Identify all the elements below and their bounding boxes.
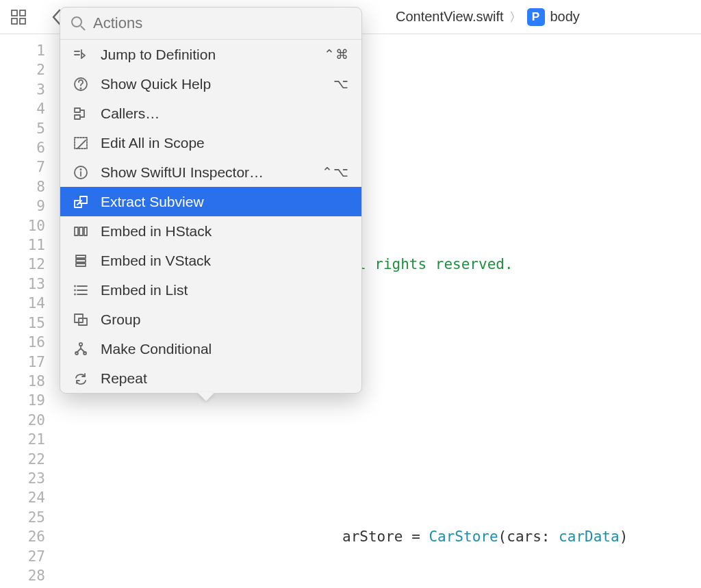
line-number: 25 — [0, 508, 56, 527]
svg-rect-18 — [76, 255, 86, 258]
menu-item-label: Make Conditional — [101, 341, 212, 357]
line-number: 19 — [0, 391, 56, 410]
menu-item-embed-in-list[interactable]: Embed in List — [60, 275, 361, 305]
code-line-13: arStore = CarStore(cars: carData) — [56, 528, 628, 545]
menu-item-label: Group — [101, 311, 140, 328]
edit-scope-icon — [73, 135, 89, 151]
menu-item-shortcut: ⌃⌥ — [322, 164, 349, 180]
line-number: 27 — [0, 547, 56, 566]
menu-item-repeat[interactable]: Repeat — [60, 363, 361, 393]
line-number: 16 — [0, 333, 56, 352]
line-number: 8 — [0, 177, 56, 196]
breadcrumb-file: ContentView.swift — [396, 9, 504, 25]
chevron-right-icon: 〉 — [509, 9, 522, 25]
menu-item-label: Repeat — [101, 370, 147, 387]
svg-rect-14 — [80, 196, 87, 203]
menu-item-show-swiftui-inspector[interactable]: Show SwiftUI Inspector…⌃⌥ — [60, 157, 361, 187]
line-number: 15 — [0, 314, 56, 333]
menu-item-show-quick-help[interactable]: Show Quick Help⌥ — [60, 69, 361, 99]
menu-item-group[interactable]: Group — [60, 305, 361, 334]
line-number: 4 — [0, 99, 56, 118]
breadcrumb[interactable]: ContentView.swift 〉 P body — [396, 8, 580, 26]
hstack-icon — [73, 223, 89, 240]
help-icon — [73, 76, 89, 92]
svg-point-7 — [80, 88, 81, 88]
svg-rect-16 — [79, 227, 83, 235]
svg-point-26 — [75, 294, 75, 294]
line-number: 28 — [0, 566, 56, 585]
list-icon — [73, 282, 89, 298]
menu-item-make-conditional[interactable]: Make Conditional — [60, 334, 361, 363]
svg-point-30 — [75, 352, 78, 355]
line-number: 18 — [0, 372, 56, 391]
menu-item-label: Extract Subview — [101, 194, 204, 210]
line-number: 13 — [0, 274, 56, 294]
search-icon — [70, 15, 86, 31]
line-number: 26 — [0, 527, 56, 546]
svg-rect-3 — [20, 18, 25, 24]
svg-rect-17 — [84, 227, 87, 235]
menu-item-label: Embed in HStack — [101, 223, 212, 240]
line-number: 6 — [0, 138, 56, 157]
menu-item-label: Callers… — [101, 105, 160, 122]
svg-point-25 — [75, 290, 75, 290]
svg-point-13 — [80, 168, 81, 169]
svg-rect-20 — [76, 264, 86, 266]
line-number: 17 — [0, 353, 56, 372]
line-number: 9 — [0, 196, 56, 216]
svg-rect-1 — [20, 10, 25, 16]
svg-point-31 — [84, 352, 86, 355]
breadcrumb-symbol: body — [550, 9, 580, 25]
vstack-icon — [73, 253, 89, 269]
menu-item-shortcut: ⌥ — [333, 76, 349, 92]
property-icon: P — [527, 8, 545, 26]
line-number: 22 — [0, 450, 56, 469]
popup-search-row — [60, 8, 361, 40]
menu-item-label: Embed in VStack — [101, 253, 211, 269]
svg-point-4 — [72, 17, 81, 27]
menu-item-embed-in-vstack[interactable]: Embed in VStack — [60, 246, 361, 275]
extract-icon — [73, 194, 89, 210]
svg-point-24 — [75, 285, 75, 286]
menu-item-label: Show SwiftUI Inspector… — [101, 164, 264, 181]
repeat-icon — [73, 370, 89, 387]
line-number: 21 — [0, 430, 56, 449]
line-gutter: 1234567891011121314151617181920212223242… — [0, 34, 56, 588]
svg-rect-19 — [76, 259, 86, 262]
menu-item-label: Show Quick Help — [101, 76, 211, 92]
info-icon — [73, 164, 89, 181]
svg-rect-9 — [75, 115, 80, 119]
conditional-icon — [73, 341, 89, 357]
menu-item-jump-to-definition[interactable]: Jump to Definition⌃⌘ — [60, 40, 361, 69]
menu-item-extract-subview[interactable]: Extract Subview — [60, 187, 361, 216]
menu-item-embed-in-hstack[interactable]: Embed in HStack — [60, 216, 361, 246]
assistant-editor-icon[interactable] — [7, 10, 30, 25]
svg-rect-0 — [12, 10, 17, 16]
line-number: 23 — [0, 469, 56, 488]
jump-definition-icon — [73, 47, 89, 63]
line-number: 11 — [0, 235, 56, 255]
line-number: 3 — [0, 80, 56, 99]
actions-popup: Jump to Definition⌃⌘Show Quick Help⌥Call… — [60, 7, 362, 394]
line-number: 20 — [0, 411, 56, 430]
menu-item-callers[interactable]: Callers… — [60, 99, 361, 128]
line-number: 2 — [0, 60, 56, 79]
svg-rect-15 — [75, 227, 78, 235]
callers-icon — [73, 105, 89, 122]
svg-rect-10 — [75, 138, 87, 149]
line-number: 1 — [0, 41, 56, 60]
line-number: 7 — [0, 157, 56, 177]
svg-rect-8 — [75, 108, 80, 112]
actions-search-input[interactable] — [93, 14, 352, 32]
menu-item-shortcut: ⌃⌘ — [324, 47, 349, 62]
menu-item-label: Embed in List — [101, 282, 188, 298]
group-icon — [73, 311, 89, 328]
line-number: 14 — [0, 294, 56, 313]
line-number: 24 — [0, 488, 56, 507]
menu-item-label: Edit All in Scope — [101, 135, 205, 151]
svg-rect-2 — [12, 18, 17, 24]
svg-line-5 — [81, 26, 85, 30]
menu-item-edit-all-in-scope[interactable]: Edit All in Scope — [60, 128, 361, 157]
line-number: 12 — [0, 255, 56, 274]
line-number: 10 — [0, 216, 56, 235]
